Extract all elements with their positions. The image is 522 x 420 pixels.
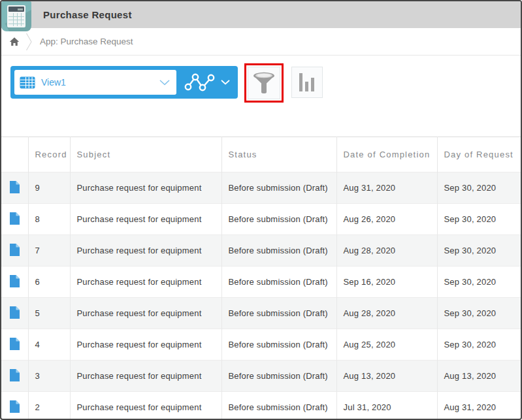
request-cell: Sep 30, 2020 [437,298,521,329]
record-icon-cell [1,172,28,204]
record-cell: 9 [28,172,70,204]
completion-cell: Aug 13, 2020 [336,361,437,392]
home-icon[interactable] [9,37,20,46]
calculator-grid [8,13,24,26]
document-icon[interactable] [10,400,20,413]
completion-cell: Aug 25, 2020 [336,329,437,361]
breadcrumb-app-link[interactable]: App: Purchase Request [40,37,133,46]
status-cell: Before submission (Draft) [221,172,336,204]
completion-cell: Jul 31, 2020 [336,392,437,420]
request-cell: Aug 31, 2020 [437,392,521,420]
records-table: RecordSubjectStatusDate of CompletionDay… [1,137,521,420]
table-row: 6Purchase request for equipmentBefore su… [1,267,521,298]
record-icon-cell [1,361,28,392]
request-cell: Sep 30, 2020 [437,204,521,235]
request-cell: Sep 30, 2020 [437,235,521,267]
record-icon-cell [1,329,28,361]
status-cell: Before submission (Draft) [221,392,336,420]
document-icon[interactable] [10,369,20,381]
document-icon[interactable] [10,306,20,319]
record-cell: 2 [28,392,70,420]
calculator-glyph [7,5,25,27]
view-selector-value: View1 [41,77,66,88]
subject-cell: Purchase request for equipment [70,392,221,420]
toolbar: View1 [1,56,521,137]
status-cell: Before submission (Draft) [221,235,336,267]
document-icon[interactable] [10,244,20,256]
subject-cell: Purchase request for equipment [70,329,221,361]
status-cell: Before submission (Draft) [221,298,336,329]
record-icon-cell [1,267,28,298]
document-icon[interactable] [10,338,20,350]
record-cell: 8 [28,204,70,235]
table-row: 9Purchase request for equipmentBefore su… [1,172,521,204]
table-row: 7Purchase request for equipmentBefore su… [1,235,521,267]
record-icon-cell [1,298,28,329]
completion-cell: Aug 28, 2020 [336,298,437,329]
request-cell: Sep 30, 2020 [437,267,521,298]
completion-cell: Aug 28, 2020 [336,235,437,267]
record-cell: 6 [28,267,70,298]
calculator-display [8,7,24,12]
column-header: Status [221,137,336,172]
column-header: Subject [70,137,221,172]
view-selector[interactable]: View1 [14,70,176,95]
record-cell: 5 [28,298,70,329]
document-icon[interactable] [10,275,20,287]
completion-cell: Aug 26, 2020 [336,204,437,235]
document-icon[interactable] [10,181,20,193]
record-icon-cell [1,392,28,420]
graph-view-button[interactable] [176,66,233,99]
table-view-icon [20,76,35,89]
status-cell: Before submission (Draft) [221,267,336,298]
view-selector-group: View1 [10,66,238,99]
app-window: Purchase Request App: Purchase Request [0,0,522,420]
line-graph-icon [184,72,216,93]
table-header-row: RecordSubjectStatusDate of CompletionDay… [1,137,521,172]
subject-cell: Purchase request for equipment [70,361,221,392]
document-icon[interactable] [10,212,20,225]
status-cell: Before submission (Draft) [221,329,336,361]
subject-cell: Purchase request for equipment [70,267,221,298]
column-header: Record [28,137,70,172]
bar-chart-icon [299,73,315,92]
record-cell: 3 [28,361,70,392]
request-cell: Aug 13, 2020 [437,361,521,392]
subject-cell: Purchase request for equipment [70,172,221,204]
table-row: 5Purchase request for equipmentBefore su… [1,298,521,329]
subject-cell: Purchase request for equipment [70,204,221,235]
record-icon-cell [1,235,28,267]
subject-cell: Purchase request for equipment [70,235,221,267]
table-row: 2Purchase request for equipmentBefore su… [1,392,521,420]
subject-cell: Purchase request for equipment [70,298,221,329]
record-icon-cell [1,204,28,235]
chart-button[interactable] [291,67,323,98]
completion-cell: Aug 31, 2020 [336,172,437,204]
record-cell: 7 [28,235,70,267]
column-header: Date of Completion [336,137,437,172]
filter-highlight-annotation [244,63,284,103]
table-row: 3Purchase request for equipmentBefore su… [1,361,521,392]
request-cell: Sep 30, 2020 [437,172,521,204]
table-row: 8Purchase request for equipmentBefore su… [1,204,521,235]
chevron-down-icon [159,80,170,86]
app-icon [1,1,31,31]
chevron-right-icon [25,31,33,52]
request-cell: Sep 30, 2020 [437,329,521,361]
filter-button[interactable] [248,67,280,99]
chevron-down-icon[interactable] [221,80,230,85]
completion-cell: Sep 16, 2020 [336,267,437,298]
status-cell: Before submission (Draft) [221,361,336,392]
column-header: Day of Request [437,137,521,172]
status-cell: Before submission (Draft) [221,204,336,235]
breadcrumb: App: Purchase Request [1,28,521,56]
filter-funnel-icon [252,71,276,95]
page-title: Purchase Request [43,1,521,28]
record-cell: 4 [28,329,70,361]
icon-column-header [1,137,28,172]
app-header: Purchase Request [1,1,521,28]
table-row: 4Purchase request for equipmentBefore su… [1,329,521,361]
